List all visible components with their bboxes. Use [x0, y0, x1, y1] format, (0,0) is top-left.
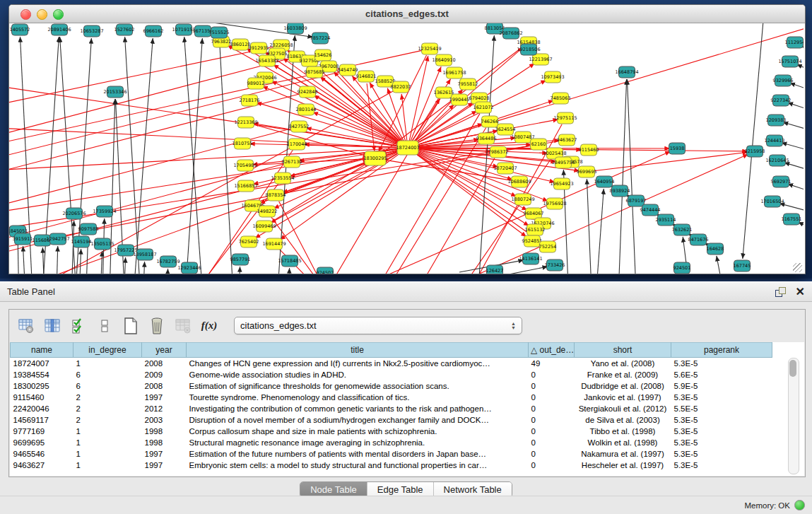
graph-node-yellow[interactable]: 9463627 [557, 134, 577, 146]
graph-node-yellow[interactable]: 16914479 [262, 238, 286, 250]
graph-node-teal[interactable]: 167745 [734, 260, 751, 271]
graph-node-yellow[interactable]: 17054985 [233, 160, 257, 171]
graph-node-yellow[interactable]: 12325419 [418, 43, 441, 54]
graph-node-teal[interactable]: 7632621 [672, 224, 693, 235]
graph-node-yellow[interactable]: 9115460 [579, 144, 599, 156]
graph-node-yellow[interactable]: 18300295 [363, 151, 387, 165]
delete-rows-icon[interactable] [147, 316, 167, 336]
graph-node-yellow[interactable]: 12213369 [234, 117, 257, 128]
graph-node-yellow[interactable]: 8267130 [282, 156, 302, 168]
graph-node-yellow[interactable]: 1498222 [257, 206, 278, 217]
close-panel-icon[interactable]: ✕ [796, 287, 805, 297]
graph-node-teal[interactable]: 14136141 [519, 253, 542, 264]
graph-node-yellow[interactable]: 154626 [314, 49, 332, 61]
graph-node-yellow[interactable]: 9364486 [476, 133, 497, 144]
graph-node-teal[interactable]: 9857791 [230, 254, 251, 265]
graph-node-yellow[interactable]: 7955812 [458, 78, 478, 90]
graph-node-yellow[interactable]: 18495756 [551, 157, 575, 168]
graph-node-teal[interactable]: 9097588 [78, 223, 99, 235]
table-row[interactable]: 946554611997Estimation of the future num… [11, 448, 772, 460]
graph-node-yellow[interactable]: 7485063 [551, 93, 571, 104]
graph-node-yellow[interactable]: 8454749 [338, 64, 358, 76]
graph-node-yellow[interactable]: 7625402 [239, 236, 259, 247]
graph-node-yellow[interactable]: 9146821 [356, 71, 377, 82]
graph-node-teal[interactable]: 15718485 [278, 255, 301, 267]
graph-node-teal[interactable]: 924501 [673, 262, 691, 274]
graph-node-yellow[interactable]: 18724007 [396, 141, 419, 155]
table-row[interactable]: 969969511998Structural magnetic resonanc… [11, 437, 772, 448]
table-row[interactable]: 1938455462009Genome-wide association stu… [11, 369, 772, 380]
graph-node-teal[interactable]: 1244413 [765, 135, 785, 146]
column-header-year[interactable]: year [142, 343, 187, 358]
close-window-button[interactable] [20, 9, 31, 20]
graph-node-teal[interactable]: 1145194 [71, 236, 92, 247]
table-selector-dropdown[interactable]: citations_edges.txt ▲▼ [234, 317, 522, 334]
graph-node-yellow[interactable]: 1170044 [287, 139, 307, 150]
memory-status-icon[interactable] [794, 500, 805, 510]
zoom-window-button[interactable] [53, 9, 64, 20]
graph-node-yellow[interactable]: 62160 [531, 139, 547, 150]
graph-node-teal[interactable]: 15938 [669, 143, 686, 154]
deselect-all-icon[interactable] [95, 316, 114, 336]
column-header-short[interactable]: short [575, 343, 671, 358]
graph-node-teal[interactable]: 8471676 [688, 234, 709, 245]
table-row[interactable]: 1830029562008Estimation of significance … [11, 380, 772, 392]
float-window-icon[interactable] [775, 287, 786, 297]
graph-node-teal[interactable]: 13505135 [90, 238, 114, 250]
new-table-icon[interactable] [121, 316, 141, 336]
graph-node-teal[interactable]: 20206576 [62, 208, 86, 219]
graph-node-yellow[interactable]: 8912935 [249, 42, 269, 54]
table-row[interactable]: 977716911998Corpus callosum shape and si… [11, 426, 772, 437]
function-builder-icon[interactable]: f(x) [199, 316, 219, 336]
network-canvas[interactable]: 1872400718300295796382288601288912935232… [9, 23, 804, 274]
graph-node-yellow[interactable]: 12353554 [271, 173, 294, 184]
graph-node-teal[interactable]: 1640954 [594, 176, 615, 187]
graph-node-teal[interactable]: 1209383 [766, 115, 787, 126]
graph-node-yellow[interactable]: 16543382 [255, 55, 278, 66]
graph-node-teal[interactable]: 12923446 [177, 262, 201, 274]
network-window-titlebar[interactable]: citations_edges.txt [9, 5, 805, 23]
graph-node-teal[interactable]: 2935114 [656, 214, 676, 226]
graph-node-yellow[interactable]: 7986372 [488, 146, 509, 158]
column-header-pagerank[interactable]: pagerank [671, 343, 772, 358]
table-settings-icon[interactable] [16, 316, 36, 336]
graph-node-teal[interactable]: 1167551 [782, 214, 802, 225]
graph-node-teal[interactable]: 1733426 [545, 259, 565, 271]
graph-node-teal[interactable]: 15751074 [778, 56, 801, 67]
table-row[interactable]: 1872400712008Changes of HCN gene express… [11, 358, 772, 370]
graph-node-yellow[interactable]: 18807249 [511, 194, 534, 205]
graph-node-teal[interactable]: 8215958 [745, 146, 765, 157]
graph-node-teal[interactable]: 10653287 [80, 25, 103, 37]
graph-node-teal[interactable]: 16210645 [765, 155, 789, 166]
graph-node-teal[interactable]: 17016504 [760, 196, 784, 207]
node-table-grid[interactable]: namein_degreeyeartitle△ out_de…shortpage… [10, 342, 772, 471]
graph-node-teal[interactable]: 19218506 [517, 44, 540, 55]
graph-node-teal[interactable]: 9329966 [773, 75, 794, 86]
graph-node-teal[interactable]: 3915911 [13, 233, 33, 245]
graph-node-teal[interactable]: 20876862 [499, 28, 522, 39]
graph-node-teal[interactable]: 9474444 [640, 204, 661, 216]
column-header-title[interactable]: title [187, 343, 529, 358]
graph-node-yellow[interactable]: 989012 [247, 78, 265, 89]
graph-node-yellow[interactable]: 18640910 [432, 54, 455, 66]
graph-node-yellow[interactable]: 15166857 [234, 180, 257, 192]
graph-node-yellow[interactable]: 2803144 [296, 104, 317, 115]
graph-node-yellow[interactable]: 752254 [539, 241, 557, 252]
graph-node-teal[interactable]: 16782759 [156, 256, 180, 267]
column-header-name[interactable]: name [11, 343, 73, 358]
graph-node-teal[interactable]: 1527602 [114, 24, 135, 35]
graph-node-teal[interactable]: 164628 [707, 243, 724, 255]
minimize-window-button[interactable] [37, 9, 47, 20]
table-row[interactable]: 946362711997Embryonic stem cells: a mode… [11, 460, 772, 471]
graph-node-yellow[interactable]: 3624554 [495, 124, 516, 135]
column-header-out_de[interactable]: △ out_de… [529, 343, 575, 358]
table-row[interactable]: 911546021997Tourette syndrome. Phenomeno… [11, 392, 772, 403]
graph-node-teal[interactable]: 9227342 [771, 95, 792, 106]
graph-node-yellow[interactable]: 1990445 [449, 94, 470, 105]
graph-node-teal[interactable]: 16648794 [615, 66, 638, 78]
column-header-in_degree[interactable]: in_degree [73, 343, 142, 358]
tab-network-table[interactable]: Network Table [433, 482, 512, 497]
graph-node-yellow[interactable]: 10688609 [507, 176, 531, 187]
graph-node-yellow[interactable]: 12975115 [553, 112, 577, 124]
graph-node-yellow[interactable]: 10973493 [541, 71, 564, 83]
